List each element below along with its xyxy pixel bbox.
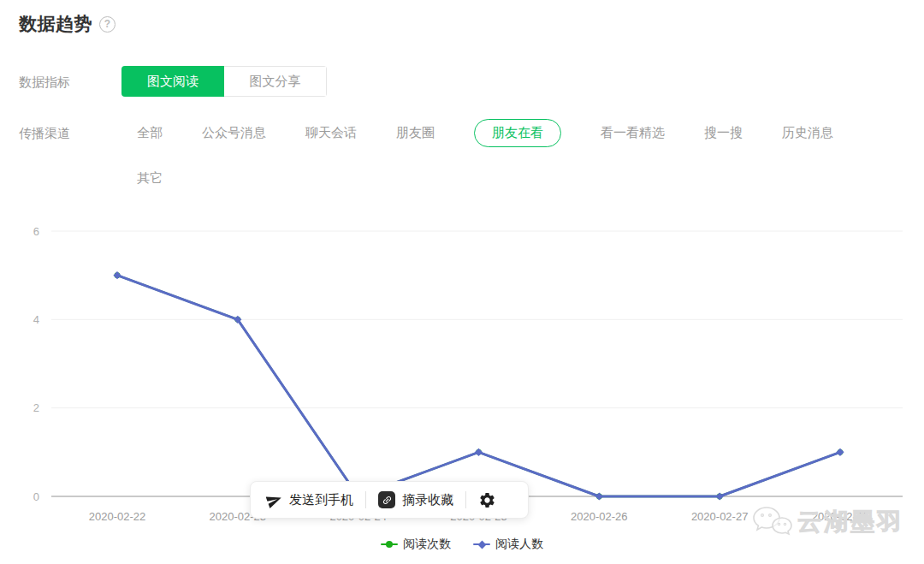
chart-legend: 阅读次数阅读人数 bbox=[0, 537, 924, 552]
svg-text:2020-02-27: 2020-02-27 bbox=[691, 510, 749, 523]
svg-text:2: 2 bbox=[33, 401, 39, 414]
metric-tab-group: 图文阅读图文分享 bbox=[121, 66, 327, 97]
settings-button[interactable] bbox=[478, 491, 496, 509]
svg-text:6: 6 bbox=[33, 225, 39, 238]
channel-row: 全部公众号消息聊天会话朋友圈朋友在看看一看精选搜一搜历史消息 bbox=[137, 116, 833, 150]
diamond-marker-icon bbox=[473, 539, 490, 549]
channel-item[interactable]: 朋友在看 bbox=[474, 119, 561, 147]
legend-label: 阅读人数 bbox=[495, 537, 543, 552]
legend-item[interactable]: 阅读人数 bbox=[473, 537, 543, 552]
svg-text:2020-02-22: 2020-02-22 bbox=[89, 510, 146, 523]
send-to-phone-label: 发送到手机 bbox=[289, 492, 353, 508]
svg-text:2020-02-26: 2020-02-26 bbox=[571, 510, 628, 523]
svg-text:0: 0 bbox=[33, 490, 39, 503]
toolbar-divider bbox=[365, 491, 366, 508]
metric-filter-label: 数据指标 bbox=[19, 74, 70, 91]
link-icon bbox=[378, 491, 395, 508]
channel-item[interactable]: 聊天会话 bbox=[305, 125, 357, 141]
page-header: 数据趋势 ? bbox=[19, 12, 116, 36]
channel-item[interactable]: 看一看精选 bbox=[601, 125, 665, 141]
help-icon[interactable]: ? bbox=[99, 16, 116, 33]
metric-tab[interactable]: 图文分享 bbox=[224, 66, 327, 97]
channel-item[interactable]: 全部 bbox=[137, 125, 163, 141]
gear-icon bbox=[478, 491, 496, 509]
legend-label: 阅读次数 bbox=[403, 537, 451, 552]
svg-text:4: 4 bbox=[33, 313, 39, 326]
circle-marker-icon bbox=[381, 539, 398, 549]
channel-item[interactable]: 公众号消息 bbox=[202, 125, 266, 141]
toolbar-divider bbox=[465, 491, 466, 508]
svg-text:2020-02-28: 2020-02-28 bbox=[812, 510, 869, 523]
channel-row: 其它 bbox=[137, 161, 163, 195]
overlay-toolbar: 发送到手机 摘录收藏 bbox=[250, 481, 529, 519]
legend-item[interactable]: 阅读次数 bbox=[381, 537, 451, 552]
channel-item[interactable]: 历史消息 bbox=[782, 125, 833, 141]
clip-favorite-label: 摘录收藏 bbox=[402, 492, 453, 508]
channel-filter-label: 传播渠道 bbox=[19, 126, 70, 142]
channel-item[interactable]: 搜一搜 bbox=[704, 125, 743, 141]
metric-tab[interactable]: 图文阅读 bbox=[121, 66, 224, 97]
channel-item[interactable]: 其它 bbox=[137, 170, 163, 187]
send-to-phone-button[interactable]: 发送到手机 bbox=[266, 492, 353, 508]
page-title: 数据趋势 bbox=[19, 12, 92, 36]
send-icon bbox=[266, 492, 282, 508]
clip-favorite-button[interactable]: 摘录收藏 bbox=[378, 491, 453, 508]
channel-item[interactable]: 朋友圈 bbox=[396, 125, 435, 141]
